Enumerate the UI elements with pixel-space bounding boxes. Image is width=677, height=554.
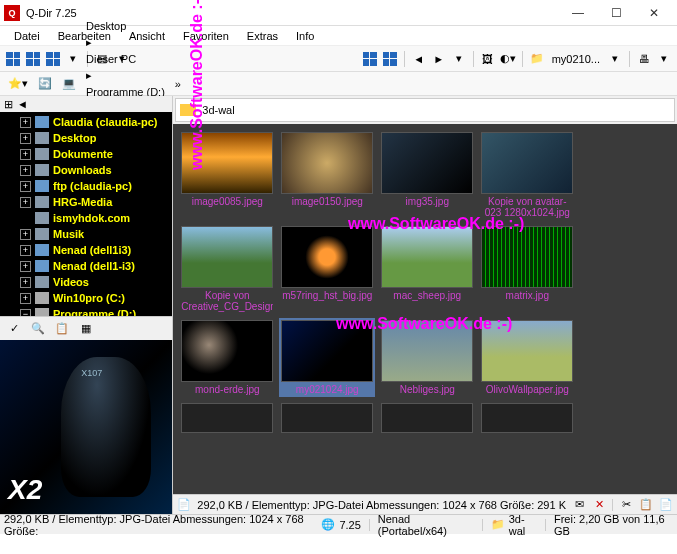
tree-expander-icon[interactable]: +: [20, 277, 31, 288]
paste-icon[interactable]: 📄: [659, 498, 673, 512]
print-icon[interactable]: 🖶: [635, 50, 653, 68]
tree-expander-icon[interactable]: +: [20, 181, 31, 192]
breadcrumb-expand-icon[interactable]: »: [171, 76, 185, 92]
tree-item[interactable]: +Claudia (claudia-pc): [0, 114, 172, 130]
expand-all-icon[interactable]: ⊞: [4, 98, 13, 111]
thumbnail[interactable]: [279, 401, 375, 435]
thumbnail-caption: my021024.jpg: [296, 384, 359, 395]
tree-expander-icon[interactable]: +: [20, 117, 31, 128]
thumbnail[interactable]: img35.jpg: [379, 130, 475, 220]
breadcrumb-item[interactable]: Desktop: [82, 18, 169, 34]
thumbnail[interactable]: mac_sheep.jpg: [379, 224, 475, 314]
cut-icon[interactable]: ✂: [619, 498, 633, 512]
tree-item[interactable]: −Programme (D:): [0, 306, 172, 316]
maximize-button[interactable]: ☐: [597, 0, 635, 26]
pane-statusbar: 📄 292,0 KB / Elementtyp: JPG-Datei Abmes…: [173, 494, 677, 514]
filter-icon[interactable]: ▦: [76, 319, 96, 339]
forward-icon[interactable]: ►: [430, 50, 448, 68]
search-icon[interactable]: 🔍: [28, 319, 48, 339]
back-icon[interactable]: ◄: [410, 50, 428, 68]
thumbnail[interactable]: my021024.jpg: [279, 318, 375, 397]
layout-1-icon[interactable]: [4, 50, 22, 68]
clipboard-icon[interactable]: 📋: [52, 319, 72, 339]
thumbnail[interactable]: matrix.jpg: [479, 224, 575, 314]
tree-expander-icon[interactable]: −: [20, 309, 31, 317]
left-pane: ⊞ ◄ +Claudia (claudia-pc)+Desktop+Dokume…: [0, 96, 173, 514]
tree-expander-icon[interactable]: +: [20, 133, 31, 144]
nav-dropdown-icon[interactable]: ▾: [450, 50, 468, 68]
print-dropdown-icon[interactable]: ▾: [655, 50, 673, 68]
path-bar[interactable]: 3d-wal: [175, 98, 675, 122]
tree-expander-icon[interactable]: +: [20, 261, 31, 272]
tree-expander-icon[interactable]: +: [20, 293, 31, 304]
tree-item[interactable]: +Nenad (dell1i3): [0, 242, 172, 258]
menu-info[interactable]: Info: [288, 28, 322, 44]
layout-3-icon[interactable]: [44, 50, 62, 68]
tree-item[interactable]: ismyhdok.com: [0, 210, 172, 226]
right-pane: 3d-wal image0085.jpegimage0150.jpegimg35…: [173, 96, 677, 514]
minimize-button[interactable]: —: [559, 0, 597, 26]
pane-layout-2-icon[interactable]: [381, 50, 399, 68]
tree-expander-icon[interactable]: +: [20, 197, 31, 208]
tree-expander-icon[interactable]: +: [20, 245, 31, 256]
layout-2-icon[interactable]: [24, 50, 42, 68]
breadcrumb-separator-icon[interactable]: ▸: [82, 34, 169, 51]
tree-expander-icon[interactable]: +: [20, 165, 31, 176]
thumbnail[interactable]: [379, 401, 475, 435]
tree-item[interactable]: +ftp (claudia-pc): [0, 178, 172, 194]
thumbnail[interactable]: m57ring_hst_big.jpg: [279, 224, 375, 314]
thumbnail[interactable]: mond-erde.jpg: [179, 318, 275, 397]
breadcrumb-item[interactable]: Dieser PC: [82, 51, 169, 67]
delete-icon[interactable]: ✕: [592, 498, 606, 512]
view-options-icon[interactable]: ◐▾: [499, 50, 517, 68]
selected-file-label[interactable]: my0210...: [548, 50, 604, 68]
computer-icon[interactable]: 💻: [58, 75, 80, 92]
thumbnail[interactable]: Nebliges.jpg: [379, 318, 475, 397]
pane-layout-icon[interactable]: [361, 50, 379, 68]
thumbnail[interactable]: [179, 401, 275, 435]
check-icon[interactable]: ✓: [4, 319, 24, 339]
mail-icon[interactable]: ✉: [572, 498, 586, 512]
thumbnail[interactable]: [479, 401, 575, 435]
tree-item[interactable]: +Desktop: [0, 130, 172, 146]
explorer-icon[interactable]: 📁: [528, 50, 546, 68]
folder-icon: [35, 132, 49, 144]
tree-item-label: Nenad (dell1i3): [53, 244, 131, 256]
tree-item[interactable]: +Musik: [0, 226, 172, 242]
thumbnail[interactable]: image0150.jpeg: [279, 130, 375, 220]
thumbnail[interactable]: image0085.jpeg: [179, 130, 275, 220]
close-button[interactable]: ✕: [635, 0, 673, 26]
thumbnail[interactable]: OlivoWallpaper.jpg: [479, 318, 575, 397]
thumbnail-image: [281, 226, 373, 288]
path-text: 3d-wal: [202, 104, 234, 116]
breadcrumb-separator-icon[interactable]: ▸: [82, 67, 169, 84]
folder-tree[interactable]: +Claudia (claudia-pc)+Desktop+Dokumente+…: [0, 112, 172, 316]
tree-item[interactable]: +HRG-Media: [0, 194, 172, 210]
copy-icon[interactable]: 📋: [639, 498, 653, 512]
tree-item[interactable]: +Downloads: [0, 162, 172, 178]
image-icon[interactable]: 🖼: [479, 50, 497, 68]
refresh-icon[interactable]: 🔄: [34, 75, 56, 92]
tree-item[interactable]: +Dokumente: [0, 146, 172, 162]
thumbnail[interactable]: Kopie von avatar-023 1280x1024.jpg: [479, 130, 575, 220]
tree-item[interactable]: +Win10pro (C:): [0, 290, 172, 306]
favorite-icon[interactable]: ⭐▾: [4, 75, 32, 92]
preview-image: X107 X2: [0, 340, 172, 514]
layout-dropdown-icon[interactable]: ▾: [64, 50, 82, 68]
menu-favoriten[interactable]: Favoriten: [175, 28, 237, 44]
tree-item-label: Downloads: [53, 164, 112, 176]
collapse-all-icon[interactable]: ◄: [17, 98, 28, 110]
tree-item[interactable]: +Nenad (dell1-i3): [0, 258, 172, 274]
tree-item-label: Musik: [53, 228, 84, 240]
tree-item[interactable]: +Videos: [0, 274, 172, 290]
menu-extras[interactable]: Extras: [239, 28, 286, 44]
status-folder: 📁 3d-wal: [491, 513, 537, 537]
file-dropdown-icon[interactable]: ▾: [606, 50, 624, 68]
thumbnail-grid[interactable]: image0085.jpegimage0150.jpegimg35.jpgKop…: [173, 124, 677, 494]
thumbnail-image: [281, 132, 373, 194]
thumbnail-image: [381, 226, 473, 288]
tree-expander-icon[interactable]: +: [20, 229, 31, 240]
thumbnail[interactable]: Kopie von Creative_CG_Design_...: [179, 224, 275, 314]
tree-expander-icon[interactable]: +: [20, 149, 31, 160]
menu-datei[interactable]: Datei: [6, 28, 48, 44]
